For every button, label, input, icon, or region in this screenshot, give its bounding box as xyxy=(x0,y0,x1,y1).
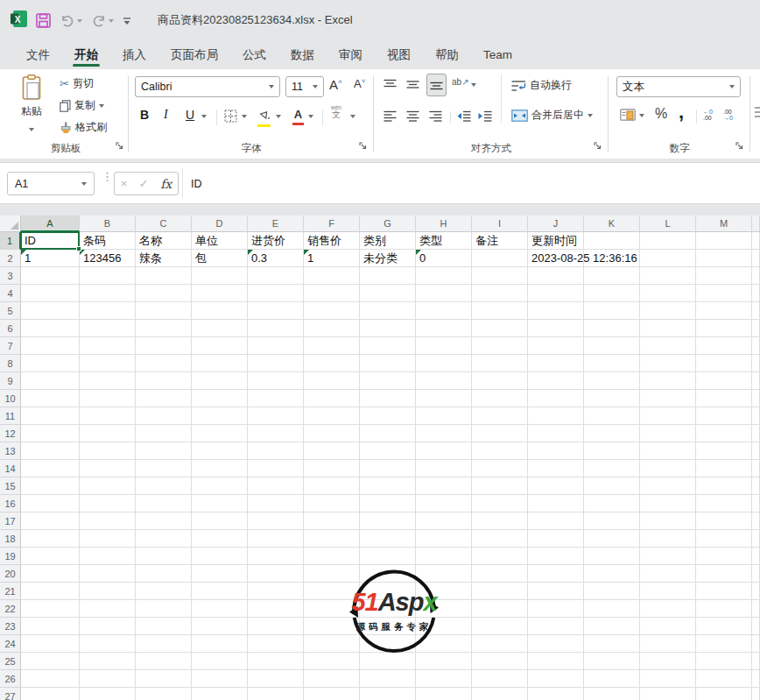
cell-F5[interactable] xyxy=(304,302,360,320)
cell-K17[interactable] xyxy=(584,513,640,530)
cell-B8[interactable] xyxy=(80,355,136,372)
cell-D9[interactable] xyxy=(192,372,248,390)
row-header-1[interactable]: 1 xyxy=(0,232,21,250)
cell-G13[interactable] xyxy=(360,442,416,460)
cell-I9[interactable] xyxy=(472,372,528,390)
cell-B19[interactable] xyxy=(80,548,136,565)
cell-D25[interactable] xyxy=(192,653,248,670)
cell-partial[interactable] xyxy=(752,302,760,320)
cell-J7[interactable] xyxy=(528,337,584,355)
cell-F24[interactable] xyxy=(304,635,360,653)
cell-M4[interactable] xyxy=(696,285,752,302)
cell-H15[interactable] xyxy=(416,477,472,495)
cell-F4[interactable] xyxy=(304,285,360,302)
cell-partial[interactable] xyxy=(752,442,760,460)
cell-L16[interactable] xyxy=(640,495,696,513)
cell-K25[interactable] xyxy=(584,653,640,670)
tab-page-layout[interactable]: 页面布局 xyxy=(158,40,230,69)
cell-B6[interactable] xyxy=(80,320,136,337)
cell-J13[interactable] xyxy=(528,442,584,460)
cell-B18[interactable] xyxy=(80,530,136,548)
cell-J18[interactable] xyxy=(528,530,584,548)
cell-F17[interactable] xyxy=(304,513,360,530)
cell-L3[interactable] xyxy=(640,267,696,285)
cell-I10[interactable] xyxy=(472,390,528,407)
cell-H11[interactable] xyxy=(416,407,472,425)
cell-B23[interactable] xyxy=(80,618,136,635)
cell-G4[interactable] xyxy=(360,285,416,302)
cell-J25[interactable] xyxy=(528,653,584,670)
cell-A22[interactable] xyxy=(21,600,80,618)
cell-A4[interactable] xyxy=(21,285,80,302)
font-color-dropdown-icon[interactable] xyxy=(308,115,313,118)
cell-K1[interactable] xyxy=(584,232,640,250)
cell-J1[interactable]: 更新时间 xyxy=(528,232,584,250)
cell-J23[interactable] xyxy=(528,618,584,635)
cell-A15[interactable] xyxy=(21,477,80,495)
row-header-10[interactable]: 10 xyxy=(0,390,21,407)
cell-H16[interactable] xyxy=(416,495,472,513)
cell-I26[interactable] xyxy=(472,670,528,688)
cell-C27[interactable] xyxy=(136,688,192,700)
column-header-B[interactable]: B xyxy=(80,216,136,232)
cell-H12[interactable] xyxy=(416,425,472,442)
cell-F27[interactable] xyxy=(304,688,360,700)
cell-H21[interactable] xyxy=(416,583,472,600)
select-all-corner[interactable] xyxy=(0,216,21,232)
cell-C9[interactable] xyxy=(136,372,192,390)
cell-H6[interactable] xyxy=(416,320,472,337)
cell-G17[interactable] xyxy=(360,513,416,530)
cell-M6[interactable] xyxy=(696,320,752,337)
row-header-15[interactable]: 15 xyxy=(0,477,21,495)
cell-B15[interactable] xyxy=(80,477,136,495)
cell-G12[interactable] xyxy=(360,425,416,442)
cell-F2[interactable]: 1 xyxy=(304,250,360,267)
row-header-9[interactable]: 9 xyxy=(0,372,21,390)
cell-I22[interactable] xyxy=(472,600,528,618)
row-header-5[interactable]: 5 xyxy=(0,302,21,320)
cell-F20[interactable] xyxy=(304,565,360,583)
paste-dropdown-icon[interactable] xyxy=(29,128,34,131)
cell-partial[interactable] xyxy=(752,635,760,653)
cell-D13[interactable] xyxy=(192,442,248,460)
cell-D24[interactable] xyxy=(192,635,248,653)
cell-I17[interactable] xyxy=(472,513,528,530)
cell-D8[interactable] xyxy=(192,355,248,372)
cell-C3[interactable] xyxy=(136,267,192,285)
cell-G27[interactable] xyxy=(360,688,416,700)
cell-A7[interactable] xyxy=(21,337,80,355)
cell-M25[interactable] xyxy=(696,653,752,670)
cell-L19[interactable] xyxy=(640,548,696,565)
increase-decimal-button[interactable]: ←0.00 xyxy=(703,109,713,121)
cell-M27[interactable] xyxy=(696,688,752,700)
merge-center-dropdown-icon[interactable] xyxy=(588,114,593,117)
cell-B14[interactable] xyxy=(80,460,136,477)
cell-C26[interactable] xyxy=(136,670,192,688)
cell-E16[interactable] xyxy=(248,495,304,513)
cell-D3[interactable] xyxy=(192,267,248,285)
cell-F21[interactable] xyxy=(304,583,360,600)
undo-dropdown-icon[interactable] xyxy=(77,19,82,23)
row-header-24[interactable]: 24 xyxy=(0,635,21,653)
underline-dropdown-icon[interactable] xyxy=(201,115,207,118)
cell-B13[interactable] xyxy=(80,442,136,460)
cell-G25[interactable] xyxy=(360,653,416,670)
cell-D22[interactable] xyxy=(192,600,248,618)
cell-A14[interactable] xyxy=(21,460,80,477)
orientation-button[interactable]: ab↗ xyxy=(452,77,469,87)
fill-color-dropdown-icon[interactable] xyxy=(276,115,281,118)
cell-A1[interactable]: ID xyxy=(21,232,80,250)
cell-H24[interactable] xyxy=(416,635,472,653)
cell-D19[interactable] xyxy=(192,548,248,565)
cell-J20[interactable] xyxy=(528,565,584,583)
column-header-C[interactable]: C xyxy=(136,216,192,232)
wrap-text-button[interactable]: 自动换行 xyxy=(511,78,572,93)
cell-E17[interactable] xyxy=(248,513,304,530)
cell-H20[interactable] xyxy=(416,565,472,583)
cell-L11[interactable] xyxy=(640,407,696,425)
orientation-dropdown-icon[interactable] xyxy=(471,83,476,87)
cell-partial[interactable] xyxy=(752,688,760,700)
cell-E26[interactable] xyxy=(248,670,304,688)
column-header-M[interactable]: M xyxy=(696,216,752,232)
cell-D18[interactable] xyxy=(192,530,248,548)
